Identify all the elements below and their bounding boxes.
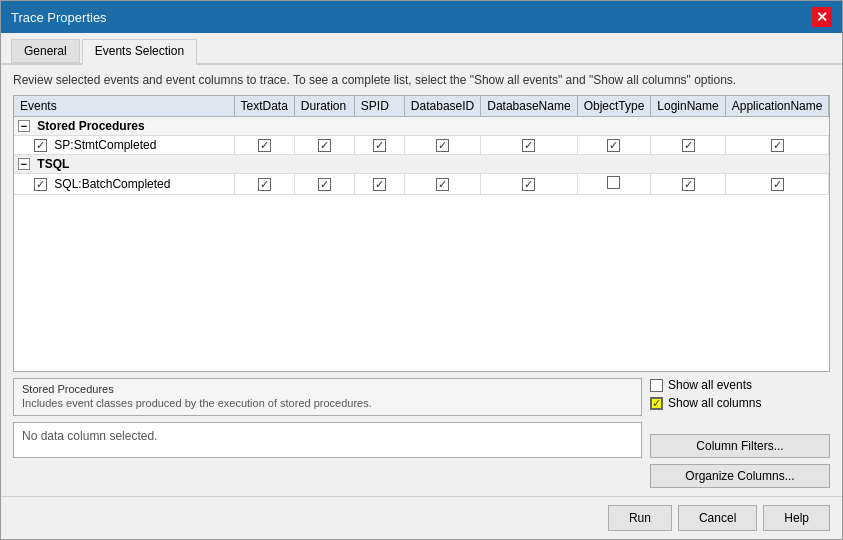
info-box-desc: Includes event classes produced by the e… bbox=[22, 397, 633, 409]
cb-sql-textdata[interactable] bbox=[258, 178, 271, 191]
cb-sp-loginname[interactable] bbox=[682, 139, 695, 152]
category-tsql: − TSQL bbox=[14, 155, 830, 174]
col-header-databasename: DatabaseName bbox=[481, 96, 577, 117]
tab-bar: General Events Selection bbox=[1, 33, 842, 65]
info-panels: Stored Procedures Includes event classes… bbox=[13, 378, 830, 488]
col-header-textdata: TextData bbox=[234, 96, 294, 117]
cb-sql-objecttype[interactable] bbox=[607, 176, 620, 189]
cb-sql-databaseid[interactable] bbox=[436, 178, 449, 191]
cb-sp-spid[interactable] bbox=[373, 139, 386, 152]
content-area: Review selected events and event columns… bbox=[1, 65, 842, 496]
collapse-stored-procedures[interactable]: − bbox=[18, 120, 30, 132]
col-header-objecttype: ObjectType bbox=[577, 96, 651, 117]
show-all-columns-row[interactable]: Show all columns bbox=[650, 396, 830, 410]
collapse-tsql[interactable]: − bbox=[18, 158, 30, 170]
column-filters-button[interactable]: Column Filters... bbox=[650, 434, 830, 458]
cb-sp-applicationname[interactable] bbox=[771, 139, 784, 152]
col-header-databaseid: DatabaseID bbox=[404, 96, 480, 117]
cb-sql-spid[interactable] bbox=[373, 178, 386, 191]
info-left: Stored Procedures Includes event classes… bbox=[13, 378, 642, 488]
col-header-more bbox=[829, 96, 830, 117]
show-all-events-label: Show all events bbox=[668, 378, 752, 392]
row-label-sp-stmtcompleted: SP:StmtCompleted bbox=[54, 138, 156, 152]
cb-sp-duration[interactable] bbox=[318, 139, 331, 152]
trace-properties-dialog: Trace Properties ✕ General Events Select… bbox=[0, 0, 843, 540]
cb-sql-loginname[interactable] bbox=[682, 178, 695, 191]
category-label-tsql: TSQL bbox=[37, 157, 69, 171]
organize-columns-button[interactable]: Organize Columns... bbox=[650, 464, 830, 488]
table-row-sp-stmtcompleted: SP:StmtCompleted bbox=[14, 136, 830, 155]
cb-sql-batchcompleted[interactable] bbox=[34, 178, 47, 191]
stored-procedures-info-box: Stored Procedures Includes event classes… bbox=[13, 378, 642, 416]
info-box-title: Stored Procedures bbox=[22, 383, 633, 395]
action-buttons: Column Filters... Organize Columns... bbox=[650, 434, 830, 488]
tab-events-selection[interactable]: Events Selection bbox=[82, 39, 197, 65]
row-label-sql-batchcompleted: SQL:BatchCompleted bbox=[54, 177, 170, 191]
events-table: Events TextData Duration SPID DatabaseID… bbox=[14, 96, 830, 195]
title-bar: Trace Properties ✕ bbox=[1, 1, 842, 33]
info-right: Show all events Show all columns Column … bbox=[650, 378, 830, 488]
col-header-applicationname: ApplicationName bbox=[725, 96, 829, 117]
category-stored-procedures: − Stored Procedures bbox=[14, 117, 830, 136]
cb-sp-databaseid[interactable] bbox=[436, 139, 449, 152]
cb-sql-databasename[interactable] bbox=[522, 178, 535, 191]
show-all-columns-label: Show all columns bbox=[668, 396, 761, 410]
run-button[interactable]: Run bbox=[608, 505, 672, 531]
col-header-spid: SPID bbox=[354, 96, 404, 117]
col-header-events: Events bbox=[14, 96, 234, 117]
dialog-title: Trace Properties bbox=[11, 10, 107, 25]
hint-text: Review selected events and event columns… bbox=[13, 73, 830, 87]
cb-show-all-events[interactable] bbox=[650, 379, 663, 392]
cb-show-all-columns[interactable] bbox=[650, 397, 663, 410]
col-header-loginname: LoginName bbox=[651, 96, 725, 117]
cancel-button[interactable]: Cancel bbox=[678, 505, 757, 531]
col-header-duration: Duration bbox=[294, 96, 354, 117]
footer: Run Cancel Help bbox=[1, 496, 842, 539]
category-label-stored-procedures: Stored Procedures bbox=[37, 119, 144, 133]
bottom-section: Stored Procedures Includes event classes… bbox=[13, 378, 830, 488]
events-table-container[interactable]: Events TextData Duration SPID DatabaseID… bbox=[13, 95, 830, 372]
show-all-events-row[interactable]: Show all events bbox=[650, 378, 830, 392]
tab-general[interactable]: General bbox=[11, 39, 80, 63]
no-data-column-text: No data column selected. bbox=[22, 429, 157, 443]
cb-sql-applicationname[interactable] bbox=[771, 178, 784, 191]
cb-sp-databasename[interactable] bbox=[522, 139, 535, 152]
cb-sp-stmtcompleted[interactable] bbox=[34, 139, 47, 152]
cb-sp-textdata[interactable] bbox=[258, 139, 271, 152]
close-button[interactable]: ✕ bbox=[812, 7, 832, 27]
help-button[interactable]: Help bbox=[763, 505, 830, 531]
no-data-column-box: No data column selected. bbox=[13, 422, 642, 458]
cb-sp-objecttype[interactable] bbox=[607, 139, 620, 152]
table-row-sql-batchcompleted: SQL:BatchCompleted bbox=[14, 174, 830, 195]
cb-sql-duration[interactable] bbox=[318, 178, 331, 191]
